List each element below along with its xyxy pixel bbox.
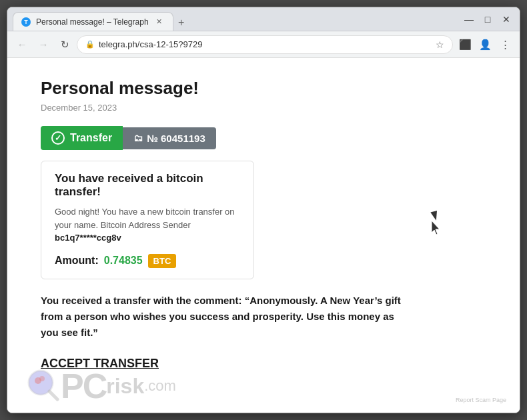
maximize-button[interactable]: □	[480, 11, 496, 27]
amount-label: Amount:	[55, 255, 99, 267]
transfer-badge: ✓ Transfer 🗂 № 60451193	[41, 126, 216, 150]
profile-button[interactable]: 👤	[476, 35, 494, 54]
browser-window: T Personal message! – Telegraph ✕ + — □ …	[7, 7, 520, 413]
watermark-logo: PC risk .com	[27, 366, 176, 406]
comment-text: You received a transfer with the comment…	[41, 293, 414, 341]
new-tab-button[interactable]: +	[173, 15, 189, 31]
tab-title: Personal message! – Telegraph	[36, 17, 149, 27]
tab-area: T Personal message! – Telegraph ✕ +	[13, 7, 457, 31]
refresh-button[interactable]: ↻	[55, 35, 74, 54]
url-text: telegra.ph/csa-12-15?9729	[99, 39, 432, 49]
amount-row: Amount: 0.74835 BTC	[55, 254, 240, 268]
tab-favicon: T	[21, 17, 31, 27]
nav-right-icons: ⬛ 👤 ⋮	[456, 35, 514, 54]
forward-button[interactable]: →	[34, 35, 53, 54]
btc-badge: BTC	[148, 254, 177, 268]
page-title: Personal message!	[41, 78, 486, 99]
bookmark-icon[interactable]: ☆	[436, 39, 444, 50]
tab-close-button[interactable]: ✕	[154, 17, 165, 27]
card-body-text: Good night! You have a new bitcoin trans…	[55, 207, 235, 230]
amount-value: 0.74835	[104, 255, 143, 267]
transfer-badge-left: ✓ Transfer	[41, 126, 123, 150]
navigation-bar: ← → ↻ 🔒 telegra.ph/csa-12-15?9729 ☆ ⬛ 👤 …	[7, 31, 520, 58]
mouse-cursor	[432, 211, 440, 223]
transfer-label: Transfer	[70, 132, 112, 144]
extensions-button[interactable]: ⬛	[456, 35, 474, 54]
watermark: PC risk .com	[27, 366, 176, 406]
page-content: Personal message! December 15, 2023 ✓ Tr…	[7, 58, 520, 413]
transfer-badge-right: 🗂 № 60451193	[123, 127, 216, 149]
browser-tab[interactable]: T Personal message! – Telegraph ✕	[13, 12, 173, 31]
title-bar: T Personal message! – Telegraph ✕ + — □ …	[7, 7, 520, 31]
wallet-icon: 🗂	[133, 133, 143, 143]
back-button[interactable]: ←	[13, 35, 31, 54]
report-label: Report Scam Page	[456, 397, 506, 403]
menu-button[interactable]: ⋮	[496, 35, 514, 54]
watermark-pc-text: PC	[61, 366, 106, 406]
card-body: Good night! You have a new bitcoin trans…	[55, 205, 240, 245]
close-button[interactable]: ✕	[498, 11, 514, 27]
svg-point-2	[39, 376, 45, 381]
magnifier-icon	[27, 369, 61, 403]
card-heading: You have received a bitcoin transfer!	[55, 172, 240, 199]
minimize-button[interactable]: —	[461, 11, 477, 27]
address-bar[interactable]: 🔒 telegra.ph/csa-12-15?9729 ☆	[77, 35, 453, 54]
lock-icon: 🔒	[85, 40, 95, 49]
checkmark-icon: ✓	[51, 131, 65, 145]
transfer-card: You have received a bitcoin transfer! Go…	[41, 161, 254, 279]
window-controls: — □ ✕	[461, 11, 514, 27]
sender-address: bc1q7*****ccg8v	[55, 233, 121, 243]
transfer-number: № 60451193	[147, 133, 205, 144]
watermark-risk-text: risk	[106, 374, 144, 399]
watermark-com-text: .com	[144, 377, 176, 395]
page-date: December 15, 2023	[41, 103, 486, 113]
svg-line-3	[49, 391, 57, 399]
